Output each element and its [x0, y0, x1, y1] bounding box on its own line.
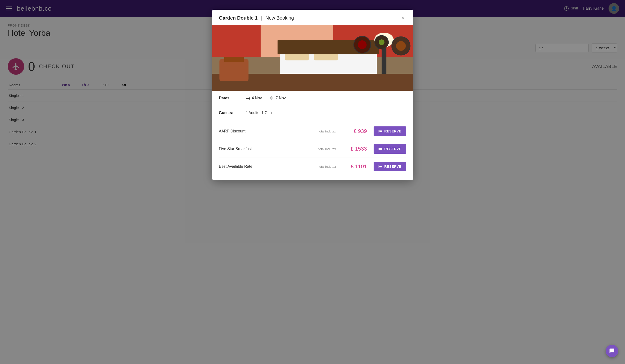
rate-price-best: £ 1101 — [343, 163, 367, 170]
room-image — [212, 25, 413, 91]
dates-value: 🛏 4 Nov → ✈ 7 Nov — [246, 95, 286, 101]
modal-title: Garden Double 1 | New Booking — [219, 15, 294, 21]
rate-tax-best: total incl. tax — [318, 165, 336, 168]
rate-price-breakfast: £ 1533 — [343, 146, 367, 152]
rates-section: AARP Discount total incl. tax £ 939 RESE… — [219, 120, 406, 180]
modal-body: Dates: 🛏 4 Nov → ✈ 7 Nov Guests: 2 Adult… — [212, 91, 413, 180]
plane-checkout-icon: ✈ — [270, 95, 274, 101]
dates-arrow: → — [264, 96, 268, 101]
booking-modal: Garden Double 1 | New Booking × — [212, 10, 413, 180]
rate-name-breakfast: Five Star Breakfast — [219, 147, 316, 151]
reserve-button-best[interactable]: RESERVE — [374, 162, 406, 171]
modal-header: Garden Double 1 | New Booking × — [212, 10, 413, 25]
rate-tax-aarp: total incl. tax — [318, 130, 336, 133]
rate-row-breakfast: Five Star Breakfast total incl. tax £ 15… — [219, 140, 406, 158]
svg-point-18 — [396, 41, 406, 51]
guests-row: Guests: 2 Adults, 1 Child — [219, 106, 406, 120]
svg-rect-10 — [224, 57, 244, 62]
rate-name-aarp: AARP Discount — [219, 129, 316, 133]
dates-label: Dates: — [219, 96, 246, 100]
chat-fab-button[interactable] — [606, 345, 618, 357]
rate-tax-breakfast: total incl. tax — [318, 147, 336, 151]
modal-close-button[interactable]: × — [400, 15, 406, 21]
rate-price-aarp: £ 939 — [343, 128, 367, 134]
rate-row-aarp: AARP Discount total incl. tax £ 939 RESE… — [219, 123, 406, 140]
reserve-button-aarp[interactable]: RESERVE — [374, 126, 406, 136]
bed-checkin-icon: 🛏 — [246, 96, 250, 101]
rate-row-best: Best Available Rate total incl. tax £ 11… — [219, 158, 406, 175]
reserve-button-breakfast[interactable]: RESERVE — [374, 144, 406, 154]
guests-value: 2 Adults, 1 Child — [246, 111, 274, 115]
rate-name-best: Best Available Rate — [219, 164, 316, 169]
svg-point-14 — [358, 40, 367, 49]
svg-rect-9 — [219, 59, 249, 81]
dates-row: Dates: 🛏 4 Nov → ✈ 7 Nov — [219, 91, 406, 106]
guests-label: Guests: — [219, 111, 246, 115]
modal-overlay[interactable]: Garden Double 1 | New Booking × — [0, 0, 625, 364]
svg-point-16 — [379, 39, 384, 45]
